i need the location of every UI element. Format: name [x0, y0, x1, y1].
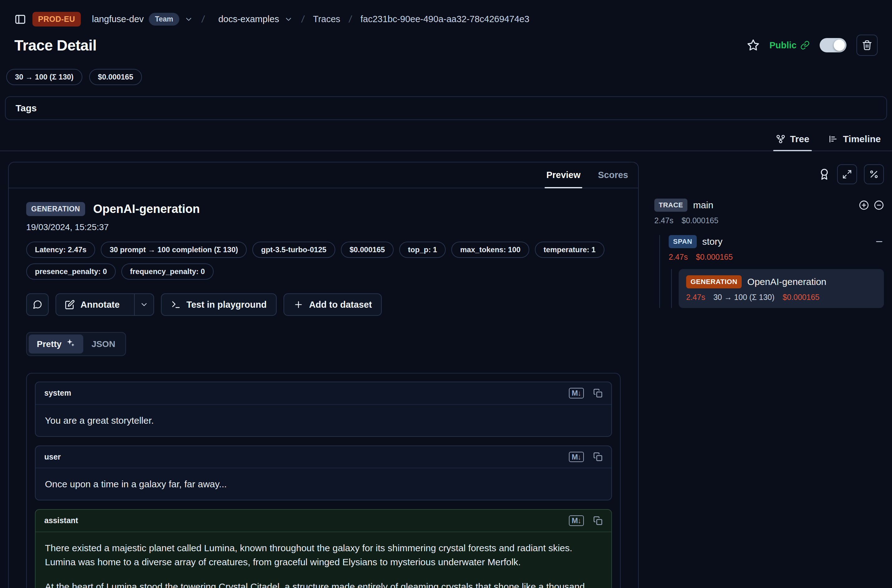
observation-type-badge: GENERATION — [26, 202, 85, 216]
model-badge[interactable]: gpt-3.5-turbo-0125 — [252, 242, 335, 258]
trace-cost: $0.000165 — [682, 216, 718, 225]
test-in-playground-button[interactable]: Test in playground — [161, 293, 277, 316]
message-content: Once upon a time in a galaxy far, far aw… — [36, 468, 611, 500]
breadcrumb-project[interactable]: docs-examples — [218, 14, 293, 24]
message-role: system — [44, 388, 71, 398]
panel-left-icon — [14, 14, 26, 25]
collapse-panel-button[interactable] — [837, 164, 857, 184]
trash-icon — [862, 40, 872, 51]
token-usage-badge: 30 prompt → 100 completion (Σ 130) — [101, 242, 247, 258]
message-paragraph: You are a great storyteller. — [45, 413, 602, 428]
tab-preview[interactable]: Preview — [545, 162, 583, 188]
cost-badge: $0.000165 — [89, 69, 142, 85]
breadcrumb-separator: / — [348, 14, 353, 25]
public-link[interactable]: Public — [769, 40, 809, 51]
expand-all-button[interactable] — [859, 200, 869, 210]
breadcrumb: PROD-EU langfuse-dev Team / docs-example… — [0, 0, 892, 27]
plus-icon — [293, 300, 303, 310]
tags-section[interactable]: Tags — [5, 96, 887, 120]
observation-timestamp: 19/03/2024, 15:25:37 — [26, 222, 621, 232]
copy-button[interactable] — [593, 452, 602, 461]
copy-icon — [593, 388, 602, 398]
format-pretty-button[interactable]: Pretty — [29, 334, 83, 354]
annotate-split-button: Annotate — [56, 293, 154, 316]
trace-latency: 2.47s — [654, 216, 673, 225]
tab-tree[interactable]: Tree — [773, 132, 812, 151]
toggle-metrics-button[interactable] — [864, 164, 884, 184]
collapse-all-button[interactable] — [874, 200, 884, 210]
latency-badge: Latency: 2.47s — [26, 242, 95, 258]
copy-button[interactable] — [593, 516, 602, 525]
breadcrumb-separator: / — [201, 14, 206, 25]
message-assistant: assistant M↓ There existed a majestic pl… — [35, 509, 612, 588]
message-paragraph: There existed a majestic planet called L… — [45, 541, 602, 569]
pen-square-icon — [65, 300, 75, 310]
sparkles-icon — [66, 338, 75, 350]
tags-label: Tags — [16, 103, 37, 113]
tab-timeline[interactable]: Timeline — [826, 132, 883, 151]
observation-detail-panel: Preview Scores GENERATION OpenAI-generat… — [8, 162, 639, 588]
trace-metrics: 2.47s $0.000165 — [654, 216, 884, 225]
generation-latency: 2.47s — [686, 293, 705, 302]
message-paragraph: At the heart of Lumina stood the towerin… — [45, 580, 602, 588]
message-content: You are a great storyteller. — [36, 405, 611, 436]
percent-icon — [869, 169, 879, 179]
tab-scores[interactable]: Scores — [596, 162, 630, 188]
trace-badge: TRACE — [654, 199, 688, 212]
generation-metrics: 2.47s 30 → 100 (Σ 130) $0.000165 — [686, 293, 876, 302]
observation-title: OpenAI-generation — [93, 202, 200, 216]
tree-node-span[interactable]: SPAN story — [669, 235, 884, 248]
chevron-down-icon — [184, 15, 193, 24]
public-label: Public — [769, 40, 797, 51]
span-badge: SPAN — [669, 235, 697, 248]
message-role: assistant — [44, 516, 78, 525]
tab-tree-label: Tree — [790, 134, 809, 144]
bookmark-star-button[interactable] — [747, 39, 760, 51]
top-p-badge: top_p: 1 — [399, 242, 446, 258]
markdown-icon: M↓ — [569, 388, 584, 399]
annotate-label: Annotate — [81, 300, 120, 310]
generation-name: OpenAI-generation — [747, 276, 826, 287]
markdown-toggle-button[interactable]: M↓ — [569, 388, 584, 399]
cost-badge: $0.000165 — [341, 242, 393, 258]
page-header: Trace Detail Public — [0, 27, 892, 56]
trace-metrics: 30 → 100 (Σ 130) $0.000165 — [0, 56, 892, 85]
markdown-toggle-button[interactable]: M↓ — [569, 515, 584, 526]
presence-penalty-badge: presence_penalty: 0 — [26, 264, 116, 280]
temperature-badge: temperature: 1 — [535, 242, 604, 258]
breadcrumb-separator: / — [301, 14, 305, 25]
annotate-button[interactable]: Annotate — [56, 294, 129, 315]
link-icon — [800, 40, 809, 50]
copy-button[interactable] — [593, 388, 602, 398]
tree-icon — [776, 134, 785, 144]
public-toggle[interactable] — [820, 38, 847, 52]
message-paragraph: Once upon a time in a galaxy far, far aw… — [45, 477, 602, 491]
add-to-dataset-button[interactable]: Add to dataset — [284, 293, 382, 316]
frequency-penalty-badge: frequency_penalty: 0 — [121, 264, 214, 280]
trace-tree-panel: TRACE main 2.47s — [654, 162, 884, 308]
collapse-node-button[interactable] — [874, 237, 884, 246]
trace-tree: TRACE main 2.47s — [654, 199, 884, 308]
plus-circle-icon — [859, 200, 869, 210]
breadcrumb-traces-link[interactable]: Traces — [313, 14, 341, 24]
sidebar-toggle-button[interactable] — [14, 14, 26, 25]
breadcrumb-org[interactable]: langfuse-dev Team — [92, 13, 193, 26]
tree-node-trace[interactable]: TRACE main — [654, 199, 884, 212]
comment-button[interactable] — [26, 293, 49, 316]
annotation-queue-button[interactable] — [818, 168, 830, 180]
span-name: story — [702, 236, 723, 247]
comment-icon — [32, 300, 42, 310]
message-role: user — [44, 452, 61, 461]
terminal-icon — [171, 300, 181, 310]
tree-node-generation-selected[interactable]: GENERATION OpenAI-generation 2.47s 30 → … — [679, 269, 884, 308]
star-icon — [747, 39, 760, 51]
markdown-toggle-button[interactable]: M↓ — [569, 452, 584, 462]
copy-icon — [593, 516, 602, 525]
playground-label: Test in playground — [186, 300, 267, 310]
annotate-dropdown-button[interactable] — [134, 294, 153, 315]
format-json-button[interactable]: JSON — [83, 336, 123, 353]
observation-actions: Annotate Test in playground — [26, 293, 621, 316]
trace-name: main — [693, 200, 713, 210]
delete-trace-button[interactable] — [856, 34, 878, 56]
format-toggle: Pretty JSON — [26, 332, 126, 356]
